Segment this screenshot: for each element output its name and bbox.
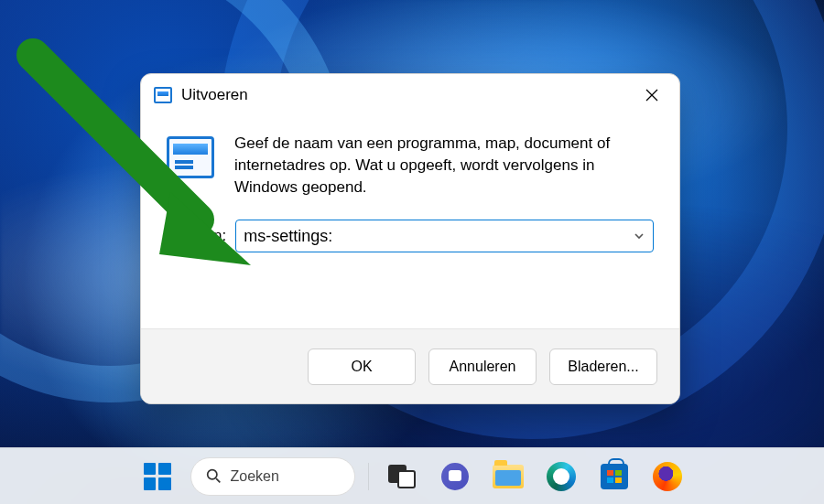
ok-button[interactable]: OK: [308, 349, 416, 385]
command-combobox[interactable]: [235, 220, 654, 252]
cancel-button[interactable]: Annuleren: [428, 349, 537, 385]
chat-button[interactable]: [435, 456, 475, 497]
close-button[interactable]: [630, 79, 674, 112]
window-title: Uitvoeren: [181, 86, 248, 104]
taskbar-divider: [368, 463, 369, 490]
chat-icon: [441, 463, 469, 490]
task-view-button[interactable]: [382, 456, 422, 497]
browse-button[interactable]: Bladeren...: [549, 349, 657, 385]
start-button[interactable]: [137, 456, 178, 497]
run-icon: [154, 87, 172, 103]
close-icon: [645, 89, 658, 102]
run-icon: [167, 136, 214, 178]
folder-icon: [493, 465, 524, 488]
store-icon: [601, 464, 628, 489]
svg-line-4: [216, 478, 220, 482]
svg-point-3: [207, 470, 216, 479]
open-label: Openen:: [167, 227, 226, 245]
desktop: Uitvoeren Geef de naam van een programma…: [0, 0, 824, 504]
taskbar: Zoeken: [0, 447, 824, 504]
dialog-footer: OK Annuleren Bladeren...: [141, 328, 679, 403]
microsoft-store-button[interactable]: [594, 456, 634, 497]
search-placeholder: Zoeken: [231, 468, 279, 485]
firefox-button[interactable]: [647, 456, 688, 497]
dialog-message: Geef de naam van een programma, map, doc…: [234, 133, 654, 198]
run-dialog: Uitvoeren Geef de naam van een programma…: [140, 73, 680, 404]
chevron-down-icon: [633, 230, 645, 242]
edge-icon: [547, 462, 576, 491]
dialog-body: Geef de naam van een programma, map, doc…: [141, 116, 679, 328]
firefox-icon: [653, 462, 682, 491]
task-view-icon: [388, 465, 416, 488]
command-input[interactable]: [244, 227, 633, 246]
windows-logo-icon: [144, 463, 171, 490]
titlebar: Uitvoeren: [141, 74, 679, 116]
file-explorer-button[interactable]: [488, 456, 528, 497]
search-icon: [206, 468, 222, 484]
taskbar-search[interactable]: Zoeken: [190, 457, 355, 496]
edge-button[interactable]: [541, 456, 581, 497]
